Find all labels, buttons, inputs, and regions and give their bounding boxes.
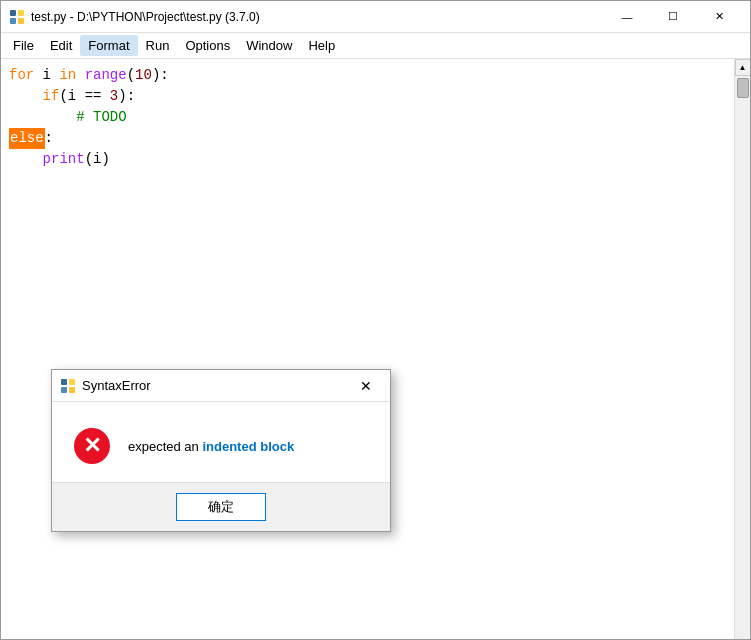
dialog-overlay: SyntaxError ✕ ✕ expected an indented blo… <box>1 59 750 639</box>
menu-options[interactable]: Options <box>177 35 238 56</box>
svg-rect-4 <box>61 379 67 385</box>
menu-help[interactable]: Help <box>300 35 343 56</box>
app-icon <box>9 9 25 25</box>
menu-file[interactable]: File <box>5 35 42 56</box>
menu-window[interactable]: Window <box>238 35 300 56</box>
svg-rect-2 <box>10 18 16 24</box>
svg-rect-3 <box>18 10 24 16</box>
title-bar: test.py - D:\PYTHON\Project\test.py (3.7… <box>1 1 750 33</box>
message-prefix: expected an <box>128 439 202 454</box>
editor-wrapper: for i in range ( 10 ): if (i == 3 ): <box>1 59 750 639</box>
menu-edit[interactable]: Edit <box>42 35 80 56</box>
svg-rect-0 <box>10 10 16 16</box>
maximize-button[interactable]: ☐ <box>650 1 696 33</box>
svg-rect-6 <box>61 387 67 393</box>
error-icon: ✕ <box>72 426 112 469</box>
window-controls: — ☐ ✕ <box>604 1 742 33</box>
menu-bar: File Edit Format Run Options Window Help <box>1 33 750 59</box>
dialog-title-bar: SyntaxError ✕ <box>52 370 390 402</box>
svg-rect-1 <box>18 18 24 24</box>
svg-rect-5 <box>69 387 75 393</box>
close-button[interactable]: ✕ <box>696 1 742 33</box>
main-window: test.py - D:\PYTHON\Project\test.py (3.7… <box>0 0 751 640</box>
syntax-error-dialog: SyntaxError ✕ ✕ expected an indented blo… <box>51 369 391 532</box>
ok-button[interactable]: 确定 <box>176 493 266 521</box>
dialog-app-icon <box>60 378 76 394</box>
svg-text:✕: ✕ <box>83 433 101 458</box>
menu-run[interactable]: Run <box>138 35 178 56</box>
minimize-button[interactable]: — <box>604 1 650 33</box>
svg-rect-7 <box>69 379 75 385</box>
menu-format[interactable]: Format <box>80 35 137 56</box>
dialog-footer: 确定 <box>52 482 390 531</box>
dialog-close-button[interactable]: ✕ <box>350 373 382 399</box>
dialog-message: expected an indented block <box>128 438 294 456</box>
dialog-body: ✕ expected an indented block <box>52 402 390 482</box>
message-highlight: indented block <box>202 439 294 454</box>
window-title: test.py - D:\PYTHON\Project\test.py (3.7… <box>31 10 604 24</box>
dialog-title: SyntaxError <box>82 378 350 393</box>
